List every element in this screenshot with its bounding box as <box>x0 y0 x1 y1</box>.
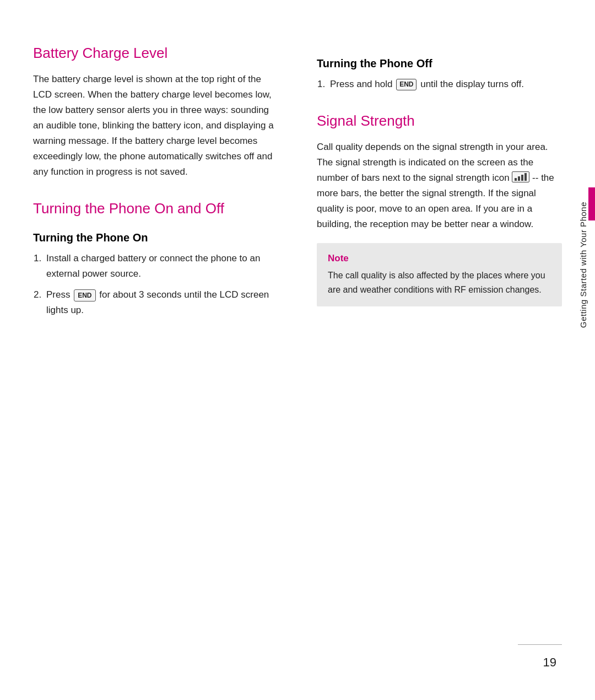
signal-strength-icon <box>512 171 529 182</box>
turning-off-subtitle: Turning the Phone Off <box>317 57 562 70</box>
page-number: 19 <box>543 655 556 670</box>
turning-on-steps: Install a charged battery or connect the… <box>33 251 278 318</box>
bar-4 <box>524 173 527 181</box>
left-column: Battery Charge Level The battery charge … <box>33 44 284 324</box>
bar-1 <box>515 178 517 181</box>
turning-section: Turning the Phone On and Off Turning the… <box>33 200 278 318</box>
turning-on-subtitle: Turning the Phone On <box>33 231 278 244</box>
signal-title: Signal Strength <box>317 112 562 131</box>
page-divider <box>518 644 562 645</box>
sidebar-accent-bar <box>588 187 595 220</box>
step-1-text: Install a charged battery or connect the… <box>46 253 260 279</box>
note-box: Note The call quality is also affected b… <box>317 243 562 306</box>
battery-section: Battery Charge Level The battery charge … <box>33 44 278 180</box>
turning-off-block: Turning the Phone Off Press and hold END… <box>317 57 562 92</box>
step-2: Press END for about 3 seconds until the … <box>44 287 278 318</box>
signal-body: Call quality depends on the signal stren… <box>317 139 562 232</box>
step-2-text: Press END for about 3 seconds until the … <box>46 289 269 315</box>
press-button-icon: END <box>74 289 95 301</box>
right-column: Turning the Phone Off Press and hold END… <box>311 44 562 324</box>
bar-2 <box>518 176 520 181</box>
battery-title: Battery Charge Level <box>33 44 278 63</box>
bar-3 <box>521 175 523 181</box>
page-container: Battery Charge Level The battery charge … <box>0 0 595 700</box>
sidebar-label-text: Getting Started with Your Phone <box>578 202 588 328</box>
turn-off-step-1: Press and hold END until the display tur… <box>328 77 562 92</box>
turning-on-block: Turning the Phone On Install a charged b… <box>33 231 278 318</box>
note-text: The call quality is also affected by the… <box>328 268 551 297</box>
note-label: Note <box>328 253 551 264</box>
battery-body: The battery charge level is shown at the… <box>33 72 278 180</box>
end-button-icon: END <box>396 79 416 90</box>
signal-section: Signal Strength Call quality depends on … <box>317 112 562 306</box>
step-1: Install a charged battery or connect the… <box>44 251 278 282</box>
turning-off-steps: Press and hold END until the display tur… <box>317 77 562 92</box>
two-column-layout: Battery Charge Level The battery charge … <box>33 44 562 324</box>
turn-off-step-1-text: Press and hold END until the display tur… <box>330 79 524 89</box>
turning-title: Turning the Phone On and Off <box>33 200 278 218</box>
